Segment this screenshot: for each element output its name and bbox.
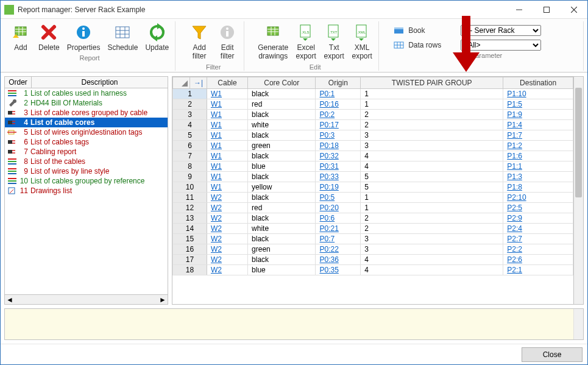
row-number[interactable]: 15: [173, 233, 207, 244]
cable-cell[interactable]: W1: [207, 88, 248, 99]
message-scrollbar[interactable]: [573, 309, 583, 339]
table-row[interactable]: 1W1blackP0:11P1:10: [173, 88, 573, 99]
goto-last-button[interactable]: →|: [190, 77, 207, 88]
report-list-item[interactable]: 1List of cables used in harness: [5, 88, 168, 98]
select-all-corner[interactable]: [173, 77, 190, 88]
table-row[interactable]: 9W1blackP0:335P1:3: [173, 171, 573, 182]
cable-cell[interactable]: W1: [207, 130, 248, 140]
cable-cell[interactable]: W1: [207, 151, 248, 161]
destination-cell[interactable]: P1:8: [503, 182, 573, 192]
column-header[interactable]: TWISTED PAIR GROUP: [361, 77, 503, 88]
row-number[interactable]: 5: [173, 130, 207, 140]
origin-cell[interactable]: P0:31: [316, 161, 361, 171]
cable-cell[interactable]: W2: [207, 202, 248, 213]
destination-cell[interactable]: P2:1: [503, 264, 573, 275]
destination-cell[interactable]: P1:10: [503, 88, 573, 99]
destination-cell[interactable]: P2:10: [503, 192, 573, 202]
update-button[interactable]: Update: [143, 21, 171, 53]
cable-cell[interactable]: W1: [207, 161, 248, 171]
report-list-item[interactable]: 3List of cable cores grouped by cable: [5, 108, 168, 118]
txt-export-button[interactable]: .TXT Txt export: [321, 21, 347, 62]
book-select[interactable]: 1 - Server Rack: [461, 25, 541, 36]
destination-cell[interactable]: P2:7: [503, 233, 573, 244]
table-row[interactable]: 3W1blackP0:22P1:9: [173, 109, 573, 119]
table-row[interactable]: 10W1yellowP0:195P1:8: [173, 182, 573, 192]
table-row[interactable]: 14W2whiteP0:212P2:4: [173, 223, 573, 233]
table-row[interactable]: 5W1blackP0:33P1:7: [173, 130, 573, 140]
origin-cell[interactable]: P0:5: [316, 192, 361, 202]
destination-cell[interactable]: P1:7: [503, 130, 573, 140]
origin-cell[interactable]: P0:18: [316, 140, 361, 151]
add-filter-button[interactable]: Add filter: [186, 21, 212, 62]
table-row[interactable]: 8W1blueP0:314P1:1: [173, 161, 573, 171]
report-list-item[interactable]: 9List of wires by line style: [5, 166, 168, 176]
row-number[interactable]: 18: [173, 264, 207, 275]
rows-select[interactable]: <All>: [461, 40, 541, 51]
cable-cell[interactable]: W2: [207, 213, 248, 223]
column-header[interactable]: Cable: [207, 77, 248, 88]
report-list-item[interactable]: 7Cabling report: [5, 147, 168, 157]
table-row[interactable]: 17W2blackP0:364P2:6: [173, 254, 573, 264]
close-button[interactable]: Close: [522, 347, 583, 362]
origin-cell[interactable]: P0:6: [316, 213, 361, 223]
origin-cell[interactable]: P0:36: [316, 254, 361, 264]
origin-cell[interactable]: P0:7: [316, 233, 361, 244]
destination-cell[interactable]: P1:5: [503, 99, 573, 109]
xml-export-button[interactable]: .XML XML export: [349, 21, 375, 62]
row-number[interactable]: 10: [173, 182, 207, 192]
table-row[interactable]: 4W1whiteP0:172P1:4: [173, 119, 573, 130]
cable-cell[interactable]: W2: [207, 264, 248, 275]
row-number[interactable]: 16: [173, 244, 207, 254]
destination-cell[interactable]: P2:5: [503, 202, 573, 213]
cable-cell[interactable]: W1: [207, 99, 248, 109]
cable-cell[interactable]: W1: [207, 109, 248, 119]
column-header[interactable]: Destination: [503, 77, 573, 88]
origin-cell[interactable]: P0:32: [316, 151, 361, 161]
origin-cell[interactable]: P0:21: [316, 223, 361, 233]
report-list-item[interactable]: 10List of cables grouped by reference: [5, 176, 168, 186]
origin-cell[interactable]: P0:2: [316, 109, 361, 119]
cable-cell[interactable]: W2: [207, 244, 248, 254]
minimize-button[interactable]: [505, 1, 533, 18]
row-number[interactable]: 3: [173, 109, 207, 119]
destination-cell[interactable]: P2:9: [503, 213, 573, 223]
cable-cell[interactable]: W1: [207, 140, 248, 151]
maximize-button[interactable]: [533, 1, 560, 18]
cable-cell[interactable]: W1: [207, 119, 248, 130]
destination-cell[interactable]: P2:6: [503, 254, 573, 264]
close-window-button[interactable]: [560, 1, 587, 18]
row-number[interactable]: 11: [173, 192, 207, 202]
row-number[interactable]: 12: [173, 202, 207, 213]
schedule-button[interactable]: Schedule: [105, 21, 140, 53]
report-list-item[interactable]: 4List of cable cores: [5, 118, 168, 127]
table-row[interactable]: 16W2greenP0:223P2:2: [173, 244, 573, 254]
destination-cell[interactable]: P1:9: [503, 109, 573, 119]
destination-cell[interactable]: P1:6: [503, 151, 573, 161]
table-row[interactable]: 15W2blackP0:73P2:7: [173, 233, 573, 244]
add-button[interactable]: Add: [8, 21, 34, 53]
origin-cell[interactable]: P0:17: [316, 119, 361, 130]
table-row[interactable]: 12W2redP0:201P2:5: [173, 202, 573, 213]
vertical-scrollbar[interactable]: [573, 77, 583, 304]
cable-cell[interactable]: W1: [207, 182, 248, 192]
origin-cell[interactable]: P0:33: [316, 171, 361, 182]
column-header[interactable]: Core Color: [248, 77, 316, 88]
description-header[interactable]: Description: [32, 77, 168, 88]
destination-cell[interactable]: P2:2: [503, 244, 573, 254]
origin-cell[interactable]: P0:22: [316, 244, 361, 254]
generate-drawings-button[interactable]: Generate drawings: [255, 21, 291, 62]
delete-button[interactable]: Delete: [36, 21, 62, 53]
row-number[interactable]: 13: [173, 213, 207, 223]
report-list-item[interactable]: 5List of wires origin\destination tags: [5, 127, 168, 137]
destination-cell[interactable]: P1:3: [503, 171, 573, 182]
row-number[interactable]: 7: [173, 151, 207, 161]
origin-cell[interactable]: P0:19: [316, 182, 361, 192]
horizontal-scrollbar[interactable]: ◄►: [5, 294, 168, 304]
row-number[interactable]: 1: [173, 88, 207, 99]
row-number[interactable]: 14: [173, 223, 207, 233]
report-list-item[interactable]: 6List of cables tags: [5, 137, 168, 147]
table-row[interactable]: 11W2blackP0:51P2:10: [173, 192, 573, 202]
table-row[interactable]: 18W2blueP0:354P2:1: [173, 264, 573, 275]
destination-cell[interactable]: P1:2: [503, 140, 573, 151]
table-row[interactable]: 2W1redP0:161P1:5: [173, 99, 573, 109]
